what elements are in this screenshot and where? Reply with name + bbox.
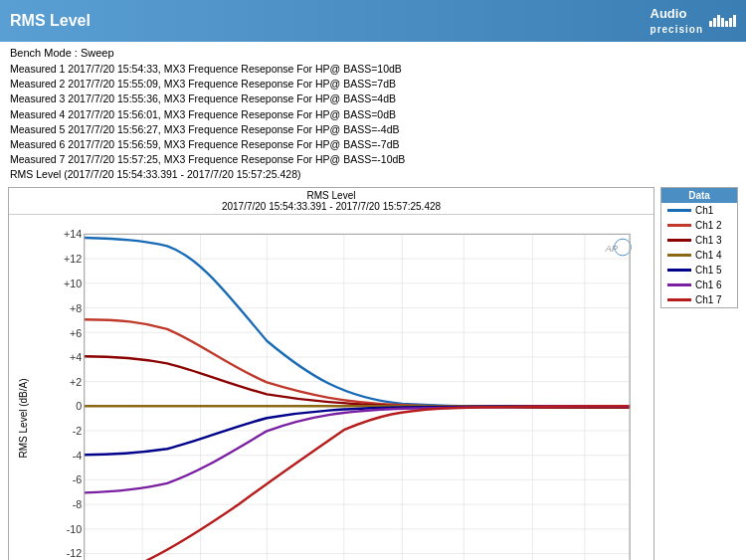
chart-title: RMS Level 2017/7/20 15:54:33.391 - 2017/… <box>9 188 653 215</box>
legend-items: Ch1Ch1 2Ch1 3Ch1 4Ch1 5Ch1 6Ch1 7 <box>661 203 737 307</box>
legend-item: Ch1 3 <box>661 233 737 248</box>
legend-item: Ch1 <box>661 203 737 218</box>
svg-text:-12: -12 <box>67 546 83 558</box>
chart-title-line2: 2017/7/20 15:54:33.391 - 2017/7/20 15:57… <box>9 201 653 212</box>
svg-text:0: 0 <box>76 400 82 412</box>
info-section: Bench Mode : Sweep Measured 1 2017/7/20 … <box>0 42 746 187</box>
legend-label: Ch1 3 <box>695 235 722 246</box>
legend-item: Ch1 4 <box>661 248 737 263</box>
y-axis-label: RMS Level (dB/A) <box>9 215 37 560</box>
svg-text:+6: +6 <box>70 327 82 339</box>
svg-text:-10: -10 <box>67 523 83 535</box>
logo: Audioprecision <box>651 6 736 36</box>
svg-text:+10: +10 <box>64 278 82 289</box>
bench-mode: Bench Mode : Sweep <box>10 46 736 62</box>
legend-item: Ch1 6 <box>661 278 737 292</box>
svg-text:+14: +14 <box>64 228 82 240</box>
measurement-item: Measured 5 2017/7/20 15:56:27, MX3 Frequ… <box>10 122 736 137</box>
svg-text:-6: -6 <box>73 472 83 484</box>
measurement-item: Measured 2 2017/7/20 15:55:09, MX3 Frequ… <box>10 77 736 92</box>
svg-text:+2: +2 <box>70 376 82 388</box>
measurement-item: Measured 3 2017/7/20 15:55:36, MX3 Frequ… <box>10 92 736 106</box>
measurement-list: Measured 1 2017/7/20 15:54:33, MX3 Frequ… <box>10 62 736 168</box>
measurement-item: Measured 1 2017/7/20 15:54:33, MX3 Frequ… <box>10 62 736 77</box>
chart-inner: RMS Level (dB/A) <box>9 215 653 560</box>
rms-level-range: RMS Level (2017/7/20 15:54:33.391 - 2017… <box>10 167 736 182</box>
svg-text:-2: -2 <box>73 425 83 437</box>
measurement-item: Measured 6 2017/7/20 15:56:59, MX3 Frequ… <box>10 137 736 152</box>
chart-svg: +14 +12 +10 +8 +6 +4 +2 0 -2 -4 -6 -8 -1… <box>37 215 653 560</box>
logo-text: Audioprecision <box>651 6 703 36</box>
legend-header: Data <box>661 188 737 203</box>
svg-text:+8: +8 <box>70 302 82 314</box>
legend-label: Ch1 2 <box>695 220 722 231</box>
legend-color-swatch <box>667 254 691 257</box>
chart-title-line1: RMS Level <box>9 190 653 201</box>
page-title: RMS Level <box>10 12 91 30</box>
legend-item: Ch1 2 <box>661 218 737 233</box>
legend-item: Ch1 5 <box>661 263 737 278</box>
svg-text:+12: +12 <box>64 253 82 265</box>
legend-color-swatch <box>667 239 691 242</box>
legend-color-swatch <box>667 224 691 227</box>
logo-bars-icon <box>709 15 736 27</box>
header: RMS Level Audioprecision <box>0 0 746 42</box>
chart-svg-wrapper: +14 +12 +10 +8 +6 +4 +2 0 -2 -4 -6 -8 -1… <box>37 215 653 560</box>
measurement-item: Measured 4 2017/7/20 15:56:01, MX3 Frequ… <box>10 107 736 122</box>
legend-item: Ch1 7 <box>661 292 737 307</box>
legend-label: Ch1 5 <box>695 265 722 276</box>
measurement-item: Measured 7 2017/7/20 15:57:25, MX3 Frequ… <box>10 152 736 167</box>
legend-color-swatch <box>667 209 691 212</box>
legend-label: Ch1 4 <box>695 250 722 261</box>
svg-text:+4: +4 <box>70 351 82 363</box>
svg-text:-4: -4 <box>73 450 83 462</box>
legend-label: Ch1 6 <box>695 280 722 290</box>
chart-area: RMS Level 2017/7/20 15:54:33.391 - 2017/… <box>0 187 746 560</box>
legend-color-swatch <box>667 269 691 272</box>
legend-color-swatch <box>667 283 691 286</box>
chart-container: RMS Level 2017/7/20 15:54:33.391 - 2017/… <box>8 187 654 560</box>
legend-box: Data Ch1Ch1 2Ch1 3Ch1 4Ch1 5Ch1 6Ch1 7 <box>660 187 738 308</box>
legend-label: Ch1 <box>695 205 713 216</box>
svg-text:-8: -8 <box>73 498 83 510</box>
legend-label: Ch1 7 <box>695 294 722 305</box>
legend-color-swatch <box>667 298 691 301</box>
